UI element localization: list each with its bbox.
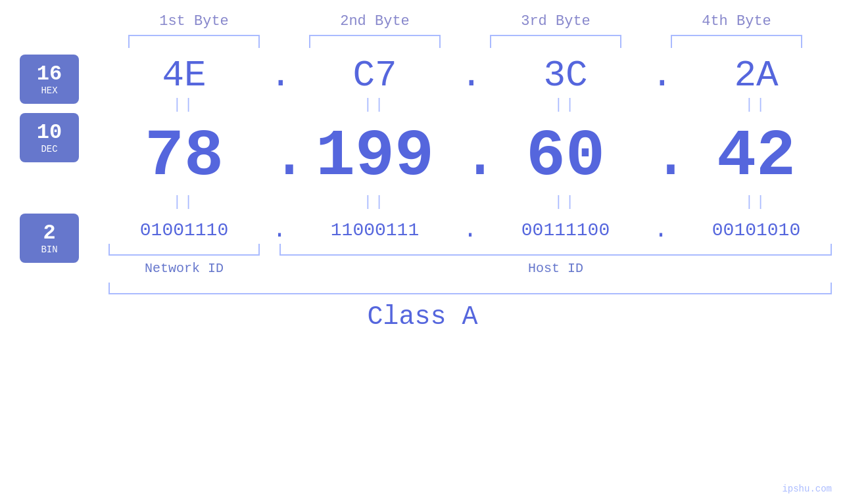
bin-dot1: . <box>270 217 289 244</box>
bracket-byte2 <box>309 35 441 48</box>
pipe2-b2: || <box>309 194 441 210</box>
host-id-label: Host ID <box>279 261 832 276</box>
pipe1-b3: || <box>500 97 631 113</box>
pipe1-b1: || <box>118 97 250 113</box>
bracket-byte3 <box>490 35 621 48</box>
pipe2-b1: || <box>118 194 250 210</box>
hex-dot1: . <box>270 55 289 97</box>
byte1-header: 1st Byte <box>122 13 266 30</box>
dec-values: 78 . 199 . 60 . 42 <box>109 120 832 194</box>
dec-value-row: 78 . 199 . 60 . 42 <box>0 120 845 194</box>
bin-byte3: 00111100 <box>500 220 631 241</box>
pipe-row-1: || || || || <box>109 97 832 113</box>
byte3-header: 3rd Byte <box>483 13 628 30</box>
pipe-row-2: || || || || <box>109 194 832 210</box>
pipe2-b4: || <box>690 194 822 210</box>
bin-row-wrapper: 2 BIN 01001110 . 11000111 . 00111100 . 0… <box>0 210 845 294</box>
dec-byte1: 78 <box>118 120 250 194</box>
bin-byte2: 11000111 <box>309 220 441 241</box>
id-labels: Network ID Host ID <box>109 261 832 276</box>
bottom-brackets-row <box>109 244 832 256</box>
bracket-byte1 <box>128 35 260 48</box>
hex-byte4: 2A <box>690 55 822 97</box>
host-id-bracket <box>279 244 832 256</box>
bin-value-row: 01001110 . 11000111 . 00111100 . 0010101… <box>0 217 845 244</box>
dec-byte2: 199 <box>309 120 441 194</box>
bin-byte1: 01001110 <box>118 220 250 241</box>
hex-byte2: C7 <box>309 55 441 97</box>
hex-row-wrapper: 16 HEX 4E . C7 . 3C . 2A || || || || <box>0 48 845 113</box>
hex-values: 4E . C7 . 3C . 2A <box>109 55 832 97</box>
network-id-label: Network ID <box>109 261 260 276</box>
class-label: Class A <box>0 302 845 332</box>
bracket-byte4 <box>671 35 802 48</box>
pipe2-b3: || <box>500 194 631 210</box>
main-container: 1st Byte 2nd Byte 3rd Byte 4th Byte 16 H… <box>0 0 845 504</box>
network-id-bracket <box>109 244 260 256</box>
byte2-header: 2nd Byte <box>302 13 447 30</box>
byte-headers: 1st Byte 2nd Byte 3rd Byte 4th Byte <box>104 0 827 30</box>
hex-byte3: 3C <box>500 55 631 97</box>
full-bracket <box>109 283 832 294</box>
bin-dot2: . <box>460 217 480 244</box>
bin-values: 01001110 . 11000111 . 00111100 . 0010101… <box>109 217 832 244</box>
bin-byte4: 00101010 <box>690 220 822 241</box>
pipe1-b4: || <box>690 97 822 113</box>
bin-dot3: . <box>651 217 671 244</box>
hex-byte1: 4E <box>118 55 250 97</box>
dec-byte4: 42 <box>690 120 822 194</box>
dec-dot1: . <box>270 120 289 194</box>
dec-byte3: 60 <box>500 120 631 194</box>
hex-value-row: 4E . C7 . 3C . 2A <box>0 55 845 97</box>
hex-dot3: . <box>651 55 671 97</box>
dec-row-wrapper: 10 DEC 78 . 199 . 60 . 42 || || || || <box>0 113 845 210</box>
top-brackets <box>104 35 827 48</box>
byte4-header: 4th Byte <box>664 13 809 30</box>
hex-dot2: . <box>460 55 480 97</box>
full-bracket-row <box>109 283 832 294</box>
watermark: ipshu.com <box>782 484 832 494</box>
dec-dot2: . <box>460 120 480 194</box>
pipe1-b2: || <box>309 97 441 113</box>
dec-dot3: . <box>651 120 671 194</box>
